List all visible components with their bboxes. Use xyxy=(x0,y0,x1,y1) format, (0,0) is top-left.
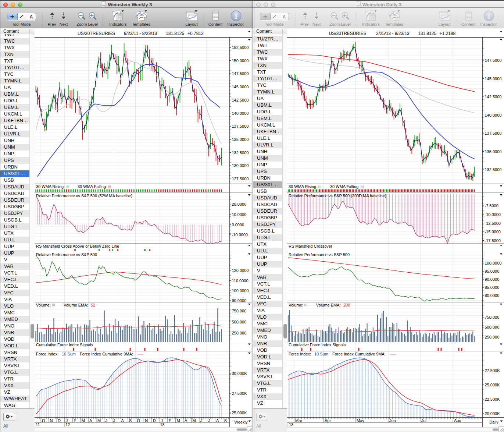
svg-text:Relative Performance vs S&P 50: Relative Performance vs S&P 500 xyxy=(289,252,350,257)
svg-text:30 WMA Rising:: 30 WMA Rising: xyxy=(289,184,317,189)
svg-text:10 Sum: 10 Sum xyxy=(62,352,76,356)
svg-text:D: D xyxy=(153,418,156,423)
svg-text:147.5000: 147.5000 xyxy=(232,71,249,76)
svg-text:85.0000: 85.0000 xyxy=(485,285,500,290)
svg-text:250,000: 250,000 xyxy=(485,335,500,339)
svg-text:9/23/11 - 8/23/13: 9/23/11 - 8/23/13 xyxy=(124,31,157,36)
svg-text:F: F xyxy=(169,418,171,423)
svg-text:-10.0000: -10.0000 xyxy=(232,233,248,237)
svg-text:13: 13 xyxy=(289,422,293,427)
svg-text:Force Index:: Force Index: xyxy=(36,352,58,356)
svg-text:147.5000: 147.5000 xyxy=(485,58,502,63)
svg-text:152.5000: 152.5000 xyxy=(232,45,249,50)
svg-text:30 WMA Falling:: 30 WMA Falling: xyxy=(330,184,360,189)
svg-text:A: A xyxy=(121,418,124,423)
svg-text:52: 52 xyxy=(91,303,95,307)
svg-text:S: S xyxy=(129,418,132,423)
svg-text:0.0000: 0.0000 xyxy=(232,223,244,227)
svg-text:A: A xyxy=(89,418,92,423)
svg-text:Cumulative Force Index Signals: Cumulative Force Index Signals xyxy=(289,343,346,347)
svg-text:i: i xyxy=(235,13,237,20)
svg-text:O: O xyxy=(137,418,140,423)
svg-text:Relative Performance vs S&P 50: Relative Performance vs S&P 500 xyxy=(36,252,97,257)
svg-text:J: J xyxy=(66,418,68,423)
svg-text:RS Mansfield Crossover: RS Mansfield Crossover xyxy=(289,244,332,248)
svg-text:J: J xyxy=(113,418,115,423)
svg-text:130.0000: 130.0000 xyxy=(232,163,249,168)
svg-text:30 WMA Falling:: 30 WMA Falling: xyxy=(78,184,107,189)
svg-text:250,000: 250,000 xyxy=(232,331,247,335)
svg-text:2/25/13 - 8/23/13: 2/25/13 - 8/23/13 xyxy=(376,31,410,36)
svg-text:10 Sum: 10 Sum xyxy=(314,352,328,356)
svg-text:RS Mansfield Cross Above or Be: RS Mansfield Cross Above or Below Zero L… xyxy=(36,244,119,248)
svg-text:135.0000: 135.0000 xyxy=(485,149,502,154)
svg-text:-17.5000: -17.5000 xyxy=(485,238,501,243)
svg-text:Volume:: Volume: xyxy=(289,303,303,307)
svg-text:J: J xyxy=(208,418,211,423)
svg-text:Volume:: Volume: xyxy=(36,303,51,307)
svg-text:J: J xyxy=(200,418,203,423)
svg-text:F: F xyxy=(74,418,76,423)
svg-text:30,000K: 30,000K xyxy=(232,371,247,376)
svg-text:30 WMA Rising:: 30 WMA Rising: xyxy=(36,184,65,189)
svg-text:S: S xyxy=(224,418,227,423)
svg-text:20.0000: 20.0000 xyxy=(232,202,247,206)
svg-text:US/30TRESURIES: US/30TRESURIES xyxy=(329,31,367,36)
svg-text:A: A xyxy=(216,418,219,423)
svg-text:145.0000: 145.0000 xyxy=(485,77,502,81)
svg-text:27,500K: 27,500K xyxy=(485,368,500,373)
svg-text:200: 200 xyxy=(343,303,350,307)
svg-text:US/30TRESURIES: US/30TRESURIES xyxy=(78,31,115,36)
svg-text:Aug: Aug xyxy=(454,418,461,423)
svg-text:142.5000: 142.5000 xyxy=(485,95,502,99)
svg-text:500,000: 500,000 xyxy=(232,320,247,324)
svg-text:27,500K: 27,500K xyxy=(232,391,247,396)
svg-text:135.0000: 135.0000 xyxy=(232,137,249,142)
svg-text:95.0000: 95.0000 xyxy=(485,269,500,273)
svg-text:131.8125: 131.8125 xyxy=(418,31,436,36)
svg-text:22,500K: 22,500K xyxy=(485,397,500,401)
svg-text:D: D xyxy=(58,418,61,423)
svg-text:Jul: Jul xyxy=(421,418,426,423)
svg-text:Relative Performance vs S&P 50: Relative Performance vs S&P 500 (200D MA… xyxy=(289,194,386,198)
svg-text:90.0000: 90.0000 xyxy=(232,298,247,303)
svg-text:-15.0000: -15.0000 xyxy=(485,230,501,234)
svg-text:M: M xyxy=(97,418,101,423)
svg-text:132.5000: 132.5000 xyxy=(232,151,249,155)
svg-text:131.8125: 131.8125 xyxy=(166,31,184,36)
svg-text:90.0000: 90.0000 xyxy=(485,277,500,281)
svg-text:11: 11 xyxy=(36,422,40,427)
svg-text:N: N xyxy=(145,418,148,423)
svg-text:+0.7812: +0.7812 xyxy=(187,31,204,36)
svg-text:140.0000: 140.0000 xyxy=(485,113,502,117)
svg-text:-7.5000: -7.5000 xyxy=(485,203,498,208)
svg-text:-12.5000: -12.5000 xyxy=(485,221,501,226)
svg-text:120.0000: 120.0000 xyxy=(232,268,249,273)
svg-text:132.5000: 132.5000 xyxy=(485,167,502,172)
svg-text:Daily: Daily xyxy=(489,420,498,424)
svg-text:110.0000: 110.0000 xyxy=(232,279,249,283)
svg-text:J: J xyxy=(105,418,107,423)
svg-text:500,000: 500,000 xyxy=(485,325,500,329)
svg-text:750,000: 750,000 xyxy=(485,315,500,319)
svg-text:O: O xyxy=(42,418,45,423)
svg-text:140.0000: 140.0000 xyxy=(232,111,249,116)
svg-text:137.5000: 137.5000 xyxy=(485,131,502,135)
svg-text:25,000K: 25,000K xyxy=(485,383,500,387)
svg-text:J: J xyxy=(161,418,163,423)
svg-text:M: M xyxy=(176,418,180,423)
svg-text:Force Index:: Force Index: xyxy=(289,352,311,356)
svg-text:Weekly: Weekly xyxy=(235,420,248,424)
svg-text:127.5000: 127.5000 xyxy=(232,177,249,181)
svg-text:100.0000: 100.0000 xyxy=(485,261,502,265)
svg-text:Cumulative Force Index Signals: Cumulative Force Index Signals xyxy=(36,343,93,347)
svg-text:Jun: Jun xyxy=(389,418,396,423)
svg-text:Volume EMA:: Volume EMA: xyxy=(64,303,88,307)
svg-text:Mar: Mar xyxy=(295,418,302,423)
svg-text:Apr: Apr xyxy=(325,418,331,423)
svg-text:+1.2188: +1.2188 xyxy=(440,31,456,36)
svg-text:N: N xyxy=(50,418,53,423)
svg-text:145.0000: 145.0000 xyxy=(232,85,249,89)
svg-text:25,000K: 25,000K xyxy=(232,411,247,415)
svg-text:10.0000: 10.0000 xyxy=(232,212,247,217)
